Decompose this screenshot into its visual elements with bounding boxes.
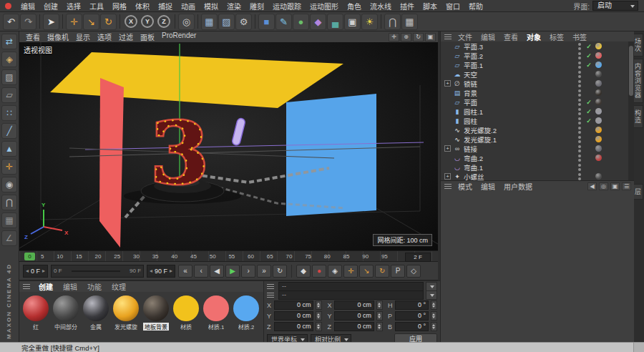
menubar-item[interactable]: 脚本 (419, 1, 441, 11)
rotate-tool-icon[interactable]: ↻ (100, 14, 117, 30)
viewport-menu-item[interactable]: 选项 (94, 31, 115, 42)
autokey-button[interactable]: ● (312, 265, 326, 278)
points-mode-icon[interactable]: ∷ (1, 105, 17, 121)
goto-end-button[interactable]: » (257, 265, 271, 278)
viewport-menu-item[interactable]: ProRender (158, 31, 200, 42)
play-button[interactable]: ▶ (225, 265, 240, 278)
visibility-dots[interactable] (577, 89, 582, 97)
dock-tab[interactable]: 场次 (634, 34, 643, 57)
visibility-dots[interactable] (577, 117, 582, 125)
viewport-canvas[interactable]: 3 3 Y X Z 透视视图 网格间距: 100 cm (19, 42, 438, 250)
view-pan-icon[interactable]: ✛ (389, 33, 399, 41)
frame-range-slider[interactable]: 0 F 90 F (51, 265, 144, 278)
material-tag-icon[interactable] (595, 62, 602, 68)
record-keyframe-button[interactable]: ◆ (296, 265, 311, 278)
window-close-button[interactable] (5, 3, 11, 9)
render-view-icon[interactable]: ▦ (201, 14, 218, 30)
x-axis-lock-icon[interactable]: X (125, 15, 137, 28)
polygons-mode-icon[interactable]: ▲ (1, 141, 17, 157)
enable-axis-icon[interactable]: ✛ (1, 159, 17, 175)
panel-menu-icon[interactable] (23, 284, 30, 289)
materials-tab[interactable]: 功能 (82, 281, 107, 292)
visibility-dots[interactable] (577, 52, 582, 60)
material-tag-icon[interactable] (595, 43, 602, 49)
add-light-icon[interactable]: ☀ (361, 14, 378, 30)
coordinate-field[interactable]: 0 ° (395, 300, 429, 310)
materials-tab[interactable]: 纹理 (107, 281, 131, 292)
menubar-item[interactable]: 渲染 (223, 1, 245, 11)
object-row[interactable]: ▱平面.2✓ (441, 51, 628, 60)
material-tag-icon[interactable] (595, 136, 602, 142)
live-selection-icon[interactable]: ➤ (43, 14, 59, 30)
timeline-playhead[interactable]: 0 (24, 253, 35, 260)
object-row[interactable]: +∅锁链 (441, 79, 628, 88)
material-item[interactable]: 地板背景 (142, 295, 170, 331)
coordinate-field[interactable]: 0 cm (334, 322, 374, 331)
max-frame-field[interactable]: ◂90 F▸ (147, 265, 175, 278)
search-icon[interactable]: ◎ (599, 182, 608, 190)
menubar-item[interactable]: 模拟 (200, 1, 223, 11)
material-tag-icon[interactable] (595, 71, 602, 77)
edges-mode-icon[interactable]: ╱ (1, 123, 17, 139)
material-item[interactable]: 红 (22, 295, 49, 331)
menubar-item[interactable]: 编辑 (16, 1, 39, 11)
field-stepper[interactable] (431, 300, 437, 310)
menubar-item[interactable]: 运动跟踪 (268, 1, 306, 11)
coordinate-field[interactable]: 0 cm (334, 311, 374, 321)
increment-icon[interactable]: ▸ (42, 268, 45, 274)
increment-icon[interactable]: ▸ (170, 268, 172, 274)
scale-tool-icon[interactable]: ↘ (83, 14, 99, 30)
menubar-item[interactable]: 网格 (108, 1, 131, 11)
object-row[interactable]: ◡弯曲.2 (441, 153, 628, 162)
object-row[interactable]: ▮圆柱✓ (441, 116, 628, 125)
material-tag-icon[interactable] (595, 117, 602, 124)
visibility-dots[interactable] (577, 79, 582, 88)
material-item[interactable]: 金属 (82, 295, 109, 331)
record-parameter-button[interactable]: P (391, 265, 405, 278)
menubar-item[interactable]: 角色 (343, 1, 366, 11)
undo-icon[interactable]: ↶ (3, 14, 19, 30)
material-item[interactable]: 材质 (172, 295, 200, 331)
field-stepper[interactable] (376, 300, 383, 310)
material-tag-icon[interactable] (595, 155, 602, 161)
timeline-ruler[interactable]: 0 5101520253035404550556065707580859095 … (19, 250, 438, 262)
quantize-icon[interactable]: ∠ (1, 230, 17, 246)
object-row[interactable]: +∞链接 (441, 144, 628, 153)
material-item[interactable]: 材质.1 (203, 295, 230, 331)
material-tag-icon[interactable] (595, 108, 602, 114)
prev-key-button[interactable]: ‹ (194, 265, 208, 278)
object-row[interactable]: ◡弯曲.1 (441, 162, 628, 172)
visibility-dots[interactable] (577, 126, 582, 135)
panel-menu-icon[interactable] (267, 284, 274, 289)
material-item[interactable]: 发光螺旋 (112, 295, 140, 331)
coordinate-field[interactable]: 0 cm (334, 300, 374, 310)
menubar-item[interactable]: 创建 (39, 1, 62, 11)
field-stepper[interactable] (376, 322, 383, 331)
expand-toggle-icon[interactable]: + (444, 80, 451, 87)
header-dropdown-button[interactable] (426, 290, 437, 300)
object-manager-tab[interactable]: 查看 (499, 31, 522, 42)
menubar-item[interactable]: 帮助 (464, 1, 487, 11)
view-rotate-icon[interactable]: ↻ (413, 33, 424, 41)
menubar-item[interactable]: 窗口 (441, 1, 464, 11)
coordinate-header-field[interactable]: -- (278, 290, 424, 300)
object-row[interactable]: ∿发光螺旋.2 (441, 125, 628, 135)
menubar-item[interactable]: 插件 (396, 1, 419, 11)
dock-tab[interactable]: 内容浏览器 (634, 59, 643, 103)
workplane-mode-icon[interactable]: ▱ (1, 87, 17, 103)
decrement-icon[interactable]: ◂ (26, 268, 29, 274)
y-axis-lock-icon[interactable]: Y (141, 15, 154, 28)
viewport-menu-item[interactable]: 过滤 (115, 31, 137, 42)
record-pla-button[interactable]: ◇ (406, 265, 421, 278)
menubar-item[interactable]: 捕捉 (154, 1, 177, 11)
material-item[interactable]: 材质.2 (233, 295, 260, 331)
resize-grip[interactable] (633, 343, 644, 352)
add-generator-icon[interactable]: ● (293, 14, 309, 30)
material-tag-icon[interactable] (595, 89, 602, 96)
add-cube-icon[interactable]: ■ (258, 14, 275, 30)
material-item[interactable]: 中间部分 (52, 295, 79, 331)
end-frame-box[interactable]: 2 F (405, 253, 431, 262)
model-mode-icon[interactable]: ◈ (1, 52, 17, 67)
visibility-dots[interactable] (577, 70, 582, 79)
add-spline-icon[interactable]: ✎ (275, 14, 292, 30)
